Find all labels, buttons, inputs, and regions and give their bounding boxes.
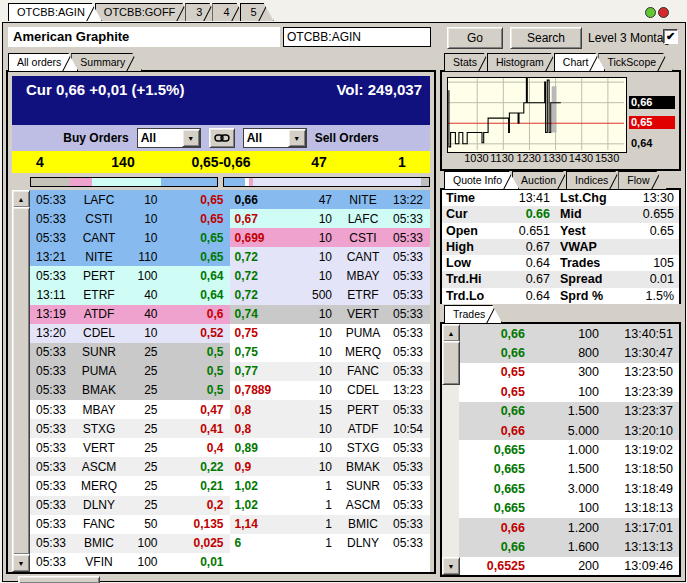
chevron-down-icon[interactable]: ▼: [182, 129, 200, 147]
trade-price: 0,66: [459, 404, 525, 418]
bid-row[interactable]: 05:33SUNR250,5: [29, 343, 230, 362]
buy-filter-select[interactable]: All ▼: [137, 128, 201, 148]
search-button[interactable]: Search: [510, 27, 582, 49]
bid-row[interactable]: 13:20CDEL100,52: [29, 324, 230, 343]
bid-row[interactable]: 05:33BMIC1000,025: [29, 534, 230, 553]
ask-row[interactable]: 0,6710LAFC05:33: [230, 209, 431, 228]
quote-label: Low: [442, 256, 498, 270]
tab-chart[interactable]: Chart: [554, 53, 606, 71]
chevron-down-icon[interactable]: ▼: [288, 129, 306, 147]
trade-row: 0,652520013:09:46: [459, 557, 679, 575]
bid-row[interactable]: 05:33CANT100,65: [29, 228, 230, 247]
ask-price: 0,72: [230, 288, 299, 302]
bid-row[interactable]: 05:33MBAY250,47: [29, 400, 230, 419]
ask-row[interactable]: 0,7410VERT05:33: [230, 305, 431, 324]
bid-row[interactable]: 05:33PUMA250,5: [29, 362, 230, 381]
scroll-down-icon[interactable]: ▼: [442, 557, 460, 575]
scrollbar-thumb[interactable]: [442, 341, 460, 385]
bid-row[interactable]: 05:33FANC500,135: [29, 515, 230, 534]
tab-flow[interactable]: Flow: [618, 171, 666, 189]
bid-row[interactable]: 05:33CSTI100,65: [29, 209, 230, 228]
ask-row[interactable]: 0,7710FANC05:33: [230, 362, 431, 381]
bid-price: 0,41: [168, 422, 230, 436]
ask-row[interactable]: 0,7210CANT05:33: [230, 247, 431, 266]
bid-row[interactable]: 05:33DLNY250,2: [29, 496, 230, 515]
book-scrollbar[interactable]: ▲ ▼: [12, 190, 29, 572]
bid-row[interactable]: 05:33MERQ250,21: [29, 476, 230, 495]
bid-size: 25: [125, 403, 168, 417]
bid-row[interactable]: 05:33STXG250,41: [29, 419, 230, 438]
bid-row[interactable]: 13:21NITE1100,65: [29, 247, 230, 266]
trades-scrollbar[interactable]: ▲ ▼: [442, 324, 459, 575]
bid-row[interactable]: 05:33PERT1000,64: [29, 266, 230, 285]
ask-row[interactable]: 0,7510MERQ05:33: [230, 343, 431, 362]
ask-row[interactable]: 0,6647NITE13:22: [230, 190, 431, 209]
quote-label: VWAP: [550, 240, 622, 254]
montage-checkbox[interactable]: ✔: [663, 29, 678, 44]
tab-histogram[interactable]: Histogram: [487, 53, 561, 71]
ask-row[interactable]: 0,815PERT05:33: [230, 400, 431, 419]
ask-size: 15: [299, 403, 341, 417]
tab-tickscope[interactable]: TickScope: [598, 53, 673, 71]
quote-info-row: Time13:41Lst.Chg13:30: [442, 190, 679, 206]
ask-row[interactable]: 0,788910CDEL13:23: [230, 381, 431, 400]
scroll-up-icon[interactable]: ▲: [442, 324, 460, 342]
bid-market-maker: NITE: [73, 250, 125, 264]
sell-filter-select[interactable]: All ▼: [243, 128, 307, 148]
ask-price: 1,02: [230, 479, 299, 493]
bid-row[interactable]: 05:33LAFC100,65: [29, 190, 230, 209]
tab-quote-info[interactable]: Quote Info: [444, 171, 519, 189]
quote-label: Trd.Lo: [442, 289, 498, 303]
bid-size: 25: [125, 479, 168, 493]
ask-row[interactable]: 0,7510PUMA05:33: [230, 324, 431, 343]
bid-market-maker: MERQ: [73, 479, 125, 493]
bid-row[interactable]: 05:33ASCM250,22: [29, 457, 230, 476]
bid-row[interactable]: 05:33BMAK250,5: [29, 381, 230, 400]
ask-row[interactable]: 61DLNY05:33: [230, 534, 431, 553]
bid-size: 10: [125, 193, 168, 207]
tab-all-orders[interactable]: All orders: [8, 53, 78, 71]
ask-row[interactable]: 0,810ATDF10:54: [230, 419, 431, 438]
tab-stats[interactable]: Stats: [444, 53, 494, 71]
quote-label: Yest: [550, 224, 622, 238]
bid-market-maker: BMAK: [73, 383, 125, 397]
info-tab-bar: Quote Info Auction Indices Flow: [444, 171, 660, 189]
bid-size: 25: [125, 364, 168, 378]
trades-table: 0,6610013:40:510,6680013:30:470,6530013:…: [459, 324, 679, 575]
bid-size: 25: [125, 422, 168, 436]
workspace-tab-agin[interactable]: OTCBB:AGIN: [8, 3, 102, 21]
symbol-input[interactable]: [283, 27, 431, 47]
workspace-tab-5[interactable]: 5: [240, 3, 274, 21]
go-button[interactable]: Go: [447, 27, 503, 49]
bid-row[interactable]: 13:19ATDF400,6: [29, 305, 230, 324]
ask-row[interactable]: 0,69910CSTI05:33: [230, 228, 431, 247]
ask-row[interactable]: 0,8910STXG05:33: [230, 438, 431, 457]
quote-value: 0.67: [498, 240, 550, 254]
ask-row[interactable]: 0,7210MBAY05:33: [230, 266, 431, 285]
ask-row[interactable]: 0,72500ETRF05:33: [230, 285, 431, 304]
tab-summary[interactable]: Summary: [71, 53, 142, 71]
inside-quote: 0,65-0,66: [178, 154, 264, 170]
ask-row[interactable]: 1,021SUNR05:33: [230, 476, 431, 495]
workspace-tab-goff[interactable]: OTCBB:GOFF: [95, 3, 193, 21]
ask-price: 0,77: [230, 364, 299, 378]
ask-row[interactable]: 1,021ASCM05:33: [230, 496, 431, 515]
scroll-down-icon[interactable]: ▼: [12, 554, 30, 572]
trade-size: 200: [525, 559, 599, 573]
ask-time: 05:33: [386, 250, 430, 264]
scroll-up-icon[interactable]: ▲: [12, 190, 30, 208]
ask-row[interactable]: 1,141BMIC05:33: [230, 515, 431, 534]
bid-row[interactable]: 13:11ETRF400,64: [29, 285, 230, 304]
tab-trades[interactable]: Trades: [444, 305, 502, 323]
tab-auction[interactable]: Auction: [512, 171, 573, 189]
bid-row[interactable]: 05:33VERT250,4: [29, 438, 230, 457]
link-filters-button[interactable]: [209, 128, 235, 148]
bid-time: 05:33: [29, 555, 73, 569]
tab-indices[interactable]: Indices: [566, 171, 625, 189]
bid-row[interactable]: 05:33VFIN1000,01: [29, 553, 230, 572]
quote-label: Trd.Hi: [442, 272, 498, 286]
scrollbar-thumb[interactable]: [12, 207, 30, 555]
trade-row: 0,661.20013:17:01: [459, 518, 679, 537]
ask-row[interactable]: 0,910BMAK05:33: [230, 457, 431, 476]
status-red-icon: [658, 7, 669, 18]
